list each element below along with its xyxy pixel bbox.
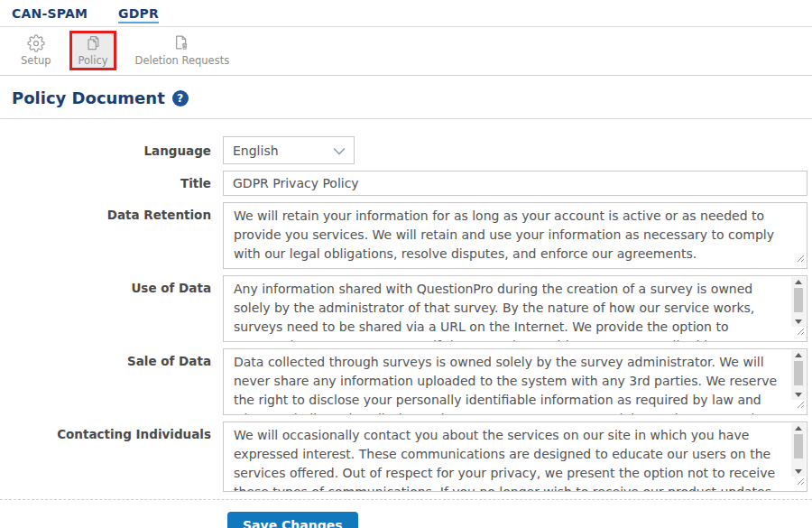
title-input[interactable] [223,171,807,196]
use-of-data-label: Use of Data [0,275,223,295]
sale-of-data-label: Sale of Data [0,348,223,368]
page-title: Policy Document [12,88,165,107]
contacting-individuals-textarea[interactable]: We will occasionally contact you about t… [223,421,807,492]
resize-grip-icon[interactable] [797,395,805,412]
contacting-individuals-text[interactable]: We will occasionally contact you about t… [224,422,790,491]
help-icon[interactable]: ? [172,90,189,107]
sale-of-data-row: Sale of Data Data collected through surv… [0,348,812,415]
document-pages-icon [84,34,102,52]
language-select[interactable]: English [223,136,355,164]
data-retention-text[interactable]: We will retain your information for as l… [224,203,807,268]
resize-grip-icon[interactable] [797,472,805,489]
chevron-down-icon [333,142,346,159]
toolbar-policy-label: Policy [78,54,107,67]
use-of-data-text[interactable]: Any information shared with QuestionPro … [224,276,790,341]
data-retention-label: Data Retention [0,202,223,222]
data-retention-textarea[interactable]: We will retain your information for as l… [223,202,807,269]
title-row: Title [0,171,812,196]
toolbar-deletion-requests-label: Deletion Requests [135,54,230,67]
form-footer-divider [0,499,812,500]
save-changes-button[interactable]: Save Changes [227,512,358,528]
tab-gdpr[interactable]: GDPR [118,6,159,21]
tab-can-spam[interactable]: CAN-SPAM [12,6,88,21]
sale-of-data-text[interactable]: Data collected through surveys is owned … [224,349,790,414]
top-tab-bar: CAN-SPAM GDPR [0,0,812,27]
data-retention-row: Data Retention We will retain your infor… [0,202,812,269]
textarea-scrollbar[interactable] [791,423,806,477]
language-selected-value: English [233,144,333,158]
gdpr-toolbar: Setup Policy [0,27,812,76]
resize-grip-icon[interactable] [797,249,805,266]
textarea-scrollbar[interactable] [791,277,806,327]
use-of-data-row: Use of Data Any information shared with … [0,275,812,342]
language-label: Language [0,144,223,158]
scrollbar-thumb[interactable] [794,434,803,459]
document-trash-icon [172,34,191,52]
scrollbar-thumb[interactable] [794,288,803,312]
textarea-scrollbar[interactable] [791,350,806,400]
toolbar-item-policy[interactable]: Policy [69,31,115,70]
sale-of-data-textarea[interactable]: Data collected through surveys is owned … [223,348,807,415]
policy-document-form: Language English Title Data Retention We… [0,119,812,528]
gear-icon [27,34,45,52]
scroll-up-arrow-icon[interactable] [795,426,802,431]
contacting-individuals-row: Contacting Individuals We will occasiona… [0,421,812,492]
resize-grip-icon[interactable] [797,322,805,339]
contacting-individuals-label: Contacting Individuals [0,421,223,441]
scrollbar-thumb[interactable] [794,361,803,385]
toolbar-setup-label: Setup [21,54,51,67]
page-heading-row: Policy Document ? [0,76,812,118]
toolbar-item-deletion-requests[interactable]: Deletion Requests [127,31,238,70]
scroll-up-arrow-icon[interactable] [795,353,802,357]
toolbar-item-setup[interactable]: Setup [13,31,59,70]
use-of-data-textarea[interactable]: Any information shared with QuestionPro … [223,275,807,342]
title-label: Title [0,176,223,190]
language-row: Language English [0,136,812,164]
scroll-up-arrow-icon[interactable] [795,280,802,284]
